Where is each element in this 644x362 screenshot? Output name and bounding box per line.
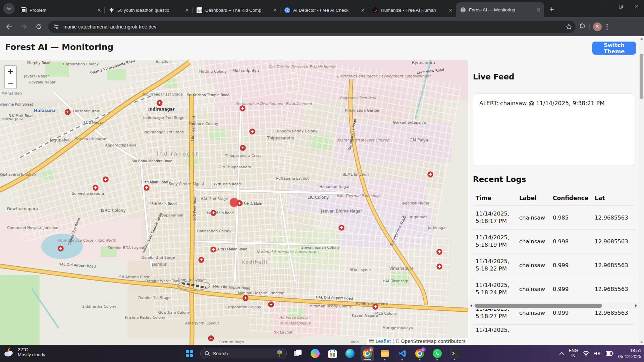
detection-marker[interactable] — [243, 295, 249, 301]
web-page: Forest AI — Monitoring Switch Theme — [0, 36, 644, 345]
detection-marker[interactable] — [198, 257, 204, 263]
browser-menu-icon[interactable] — [606, 24, 608, 30]
detection-marker[interactable] — [208, 336, 214, 341]
vertical-scroll-thumb[interactable] — [640, 54, 643, 99]
restore-button[interactable] — [613, 0, 629, 13]
running-indicator — [384, 359, 386, 360]
table-row: 11/14/2025, 5:18:22 PMchainsaw0.99912.96… — [473, 253, 635, 277]
taskbar-clock[interactable]: 18:51 05-12-2025 — [618, 348, 641, 359]
zoom-out-button[interactable]: − — [5, 77, 16, 88]
detection-marker[interactable] — [65, 109, 71, 115]
language-indicator[interactable]: ENG IN — [569, 348, 578, 359]
taskbar-app-terminal[interactable] — [448, 346, 461, 361]
browser-tab[interactable]: AI Detector - Free AI Check — [280, 3, 368, 17]
ai-favicon-icon — [284, 7, 290, 13]
taskbar-search-box[interactable]: Search — [200, 348, 287, 359]
osm-attribution-text: © OpenStreetMap contributors — [395, 339, 466, 344]
browser-tab[interactable]: 50 youth ideathon questio — [105, 3, 193, 17]
tray-chevron-up-icon[interactable] — [559, 352, 564, 355]
leaflet-link[interactable]: Leaflet — [376, 339, 391, 344]
profile-avatar[interactable]: S — [593, 22, 602, 31]
partial-log-row: 11/14/2025, — [473, 324, 635, 333]
start-button[interactable] — [183, 347, 196, 360]
new-tab-button[interactable] — [547, 4, 557, 14]
site-info-icon[interactable] — [53, 24, 59, 29]
tab-title: Problem — [30, 8, 93, 13]
leaflet-map[interactable]: Corporation ColonyMurphy RoadSwamy Vivek… — [0, 60, 468, 345]
detection-marker[interactable] — [249, 129, 255, 134]
close-window-button[interactable] — [629, 0, 644, 13]
taskbar-app-copilot[interactable] — [308, 346, 322, 361]
url-text[interactable]: manie-catechumenal-audrie.ngrok-free.dev — [63, 24, 566, 29]
tab-title: AI Detector - Free AI Check — [293, 8, 357, 13]
browser-tab[interactable]: Problem — [17, 3, 105, 17]
tab-close-button[interactable] — [447, 7, 453, 13]
taskbar-app-task-view[interactable] — [291, 346, 304, 361]
address-bar[interactable]: manie-catechumenal-audrie.ngrok-free.dev — [48, 21, 576, 33]
detection-marker[interactable] — [428, 172, 433, 177]
tab-close-button[interactable] — [360, 7, 366, 13]
zoom-in-button[interactable]: + — [5, 66, 16, 77]
detection-marker[interactable] — [436, 263, 442, 269]
wifi-icon[interactable] — [583, 351, 589, 356]
taskbar-weather-widget[interactable]: 22°C Mostly cloudy — [3, 347, 45, 357]
logs-table[interactable]: Time Label Confidence Lat 11/14/2025, 5:… — [473, 193, 635, 333]
detection-marker[interactable] — [157, 100, 162, 106]
toolbar-right-cluster: S — [579, 22, 611, 31]
browser-tab[interactable]: Humanize - Free AI Human — [368, 3, 456, 17]
scroll-left-arrow[interactable] — [468, 303, 474, 309]
tab-close-button[interactable] — [272, 7, 278, 13]
reload-button[interactable] — [33, 21, 44, 33]
detection-marker[interactable] — [211, 210, 216, 216]
cell-confidence: 0.985 — [553, 215, 595, 221]
tab-search-chevron-button[interactable] — [3, 3, 15, 14]
taskbar-app-chrome[interactable]: S — [361, 346, 374, 361]
detection-marker[interactable] — [211, 246, 216, 252]
scroll-up-arrow[interactable] — [639, 36, 644, 41]
detection-marker[interactable] — [268, 301, 274, 307]
tab-close-button[interactable] — [535, 7, 541, 13]
system-tray: ENG IN 18:51 05-12-2025 — [559, 345, 641, 362]
marker-plus-icon — [438, 265, 441, 268]
running-indicator — [419, 359, 421, 360]
browser-tab[interactable]: Forest AI — Monitoring — [456, 2, 544, 17]
scroll-right-arrow[interactable] — [633, 303, 639, 309]
vertical-scrollbar[interactable] — [639, 36, 644, 345]
detection-marker[interactable] — [339, 225, 344, 231]
detection-marker[interactable] — [144, 185, 149, 190]
browser-tab[interactable]: Dashboard – The Kid Comp — [193, 3, 280, 17]
cell-lat: 12.9685563 — [595, 262, 635, 268]
extensions-icon[interactable] — [579, 23, 586, 30]
taskbar-app-chrome-2[interactable]: S — [413, 346, 426, 361]
bookmark-star-icon[interactable] — [566, 23, 572, 30]
whatsapp-icon — [433, 349, 442, 358]
running-indicator — [401, 359, 403, 360]
taskbar-app-edge[interactable] — [343, 346, 357, 361]
detection-marker[interactable] — [372, 304, 378, 310]
detection-marker[interactable] — [239, 105, 245, 111]
tab-close-button[interactable] — [184, 7, 190, 13]
tab-close-button[interactable] — [96, 7, 102, 13]
horizontal-scrollbar[interactable] — [468, 303, 639, 309]
marker-plus-icon — [66, 110, 69, 113]
taskbar-app-store[interactable] — [326, 346, 339, 361]
taskbar-app-whatsapp[interactable] — [430, 346, 444, 361]
scroll-down-arrow[interactable] — [639, 340, 644, 345]
detection-marker[interactable] — [240, 145, 246, 151]
switch-theme-button[interactable]: Switch Theme — [592, 42, 636, 55]
taskbar-app-explorer[interactable] — [378, 346, 391, 361]
battery-icon[interactable] — [606, 351, 613, 356]
screen: { "browser": { "tabs": [ { "title": "Pro… — [0, 0, 644, 362]
taskbar-app-vscode[interactable] — [395, 346, 409, 361]
back-button[interactable] — [3, 21, 15, 33]
forward-button[interactable] — [18, 21, 30, 33]
detection-marker[interactable] — [93, 185, 98, 190]
alert-location-marker[interactable] — [230, 198, 238, 207]
minimize-button[interactable] — [598, 0, 613, 13]
detection-marker[interactable] — [436, 249, 442, 254]
detection-marker[interactable] — [58, 246, 64, 251]
detection-marker[interactable] — [103, 176, 109, 182]
icon-part — [330, 355, 332, 357]
volume-icon[interactable] — [594, 351, 601, 356]
horizontal-scroll-thumb[interactable] — [475, 304, 602, 308]
